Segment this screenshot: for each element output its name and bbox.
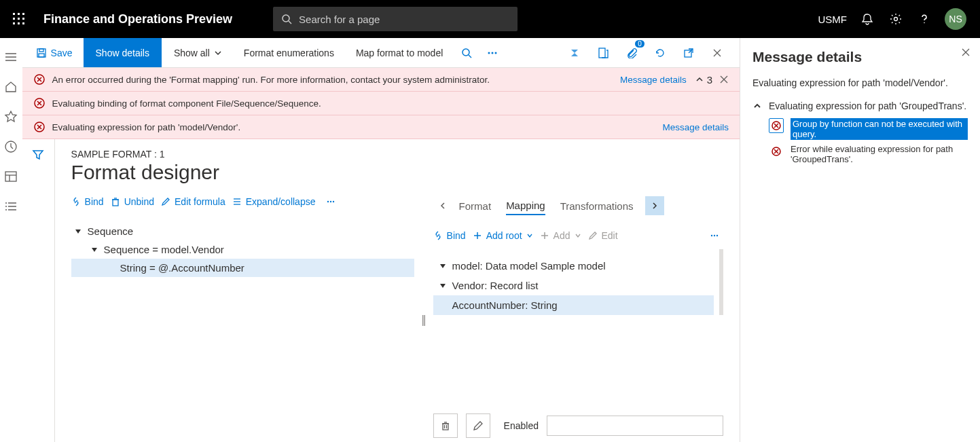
left-toolbar: Bind Unbind Edit formula Expand/collapse bbox=[71, 196, 414, 215]
show-details-label: Show details bbox=[96, 48, 149, 58]
error-message-2: Evaluating binding of format component F… bbox=[52, 98, 729, 109]
edit-pencil-button[interactable] bbox=[466, 413, 490, 438]
app-launcher-icon[interactable] bbox=[8, 8, 30, 30]
more-actions-icon[interactable] bbox=[481, 41, 504, 65]
bind-button-right[interactable]: Bind bbox=[433, 230, 466, 241]
svg-point-32 bbox=[492, 52, 494, 54]
tree-node-selected[interactable]: AccountNumber: String bbox=[433, 295, 714, 315]
panel-expand-row[interactable]: Evaluating expression for path 'GroupedT… bbox=[752, 100, 968, 111]
svg-rect-1 bbox=[18, 13, 20, 15]
svg-rect-5 bbox=[22, 18, 24, 20]
error-banner-2: Evaluating binding of format component F… bbox=[22, 92, 740, 115]
panel-expand-label: Evaluating expression for path 'GroupedT… bbox=[769, 100, 966, 111]
search-input[interactable] bbox=[299, 14, 509, 25]
enabled-field[interactable] bbox=[547, 416, 723, 436]
svg-point-29 bbox=[462, 49, 469, 56]
link-icon bbox=[433, 231, 443, 240]
search-action-icon[interactable] bbox=[455, 41, 478, 65]
edit-formula-button[interactable]: Edit formula bbox=[161, 196, 225, 207]
recent-icon[interactable] bbox=[3, 139, 19, 155]
plus-icon bbox=[540, 231, 549, 240]
svg-point-66 bbox=[716, 235, 718, 236]
panel-error-text: Group by function can not be executed wi… bbox=[791, 118, 968, 140]
tree-node[interactable]: Vendor: Record list bbox=[433, 276, 714, 295]
settings-icon[interactable] bbox=[888, 11, 904, 27]
tab-mapping[interactable]: Mapping bbox=[506, 197, 545, 215]
add-root-button[interactable]: Add root bbox=[473, 230, 533, 241]
unbind-button[interactable]: Unbind bbox=[111, 196, 154, 207]
expand-collapse-button[interactable]: Expand/collapse bbox=[232, 196, 316, 207]
tree-node[interactable]: Sequence = model.Vendor bbox=[71, 240, 414, 259]
svg-rect-4 bbox=[18, 18, 20, 20]
tree-node[interactable]: Sequence bbox=[71, 222, 414, 240]
favorites-icon[interactable] bbox=[3, 109, 19, 125]
panel-close-button[interactable] bbox=[961, 48, 970, 57]
content-column: Save Show details Show all Format enumer… bbox=[22, 38, 740, 442]
edit-button[interactable]: Edit bbox=[588, 230, 618, 241]
svg-rect-8 bbox=[22, 22, 24, 24]
format-tree-pane: Bind Unbind Edit formula Expand/collapse… bbox=[71, 196, 414, 442]
unbind-label: Unbind bbox=[124, 196, 154, 207]
modules-icon[interactable] bbox=[3, 198, 19, 215]
hamburger-icon[interactable] bbox=[3, 49, 19, 65]
panel-title: Message details bbox=[752, 49, 968, 65]
list-icon bbox=[232, 197, 242, 206]
user-avatar[interactable]: NS bbox=[945, 8, 966, 30]
message-details-link-1[interactable]: Message details bbox=[620, 75, 687, 85]
delete-button[interactable] bbox=[433, 413, 458, 438]
svg-rect-27 bbox=[39, 49, 43, 52]
tab-transformations[interactable]: Transformations bbox=[560, 198, 634, 215]
show-all-label: Show all bbox=[174, 48, 210, 58]
delete-icon bbox=[111, 197, 120, 206]
options-icon[interactable] bbox=[563, 41, 586, 65]
panel-error-row[interactable]: Error while evaluating expression for pa… bbox=[769, 144, 968, 164]
right-more-icon[interactable] bbox=[706, 231, 723, 240]
save-button[interactable]: Save bbox=[28, 38, 81, 67]
tree-node-selected[interactable]: String = @.AccountNumber bbox=[71, 259, 414, 277]
help-icon[interactable] bbox=[916, 11, 932, 27]
error-message-3: Evaluating expression for path 'model/Ve… bbox=[52, 122, 652, 132]
message-details-link-3[interactable]: Message details bbox=[662, 122, 729, 132]
error-icon bbox=[33, 97, 46, 109]
splitter[interactable]: ‖ bbox=[414, 196, 433, 442]
tab-prev-button[interactable] bbox=[433, 196, 452, 215]
legal-entity[interactable]: USMF bbox=[818, 14, 848, 25]
right-sub-toolbar: Bind Add root Add Edit bbox=[433, 223, 723, 249]
filter-icon[interactable] bbox=[32, 149, 44, 442]
add-root-label: Add root bbox=[486, 230, 522, 241]
add-button[interactable]: Add bbox=[540, 230, 581, 241]
home-icon[interactable] bbox=[3, 79, 19, 95]
error-banner-1: An error occurred during the 'Format map… bbox=[22, 68, 740, 92]
svg-line-30 bbox=[469, 55, 471, 58]
close-button[interactable] bbox=[706, 41, 729, 65]
map-format-button[interactable]: Map format to model bbox=[346, 38, 452, 67]
svg-rect-34 bbox=[599, 48, 605, 58]
format-enumerations-button[interactable]: Format enumerations bbox=[234, 38, 344, 67]
workspaces-icon[interactable] bbox=[3, 168, 19, 185]
collapse-errors-button[interactable]: 3 bbox=[695, 74, 712, 86]
show-all-button[interactable]: Show all bbox=[164, 38, 232, 67]
notifications-icon[interactable] bbox=[859, 11, 875, 27]
svg-point-9 bbox=[283, 15, 289, 22]
refresh-icon[interactable] bbox=[649, 41, 672, 65]
attachments-icon[interactable]: 0 bbox=[620, 41, 643, 65]
top-header: Finance and Operations Preview USMF NS bbox=[0, 0, 980, 38]
page-title: Format designer bbox=[71, 161, 723, 184]
pencil-icon bbox=[161, 197, 170, 206]
panel-error-row-selected[interactable]: Group by function can not be executed wi… bbox=[769, 118, 968, 140]
tab-next-button[interactable] bbox=[645, 196, 664, 215]
svg-rect-6 bbox=[13, 22, 15, 24]
search-box[interactable] bbox=[273, 7, 518, 31]
bind-button-left[interactable]: Bind bbox=[71, 196, 104, 207]
tab-format[interactable]: Format bbox=[459, 198, 492, 215]
page-options-icon[interactable] bbox=[592, 41, 615, 65]
breadcrumb: SAMPLE FORMAT : 1 bbox=[71, 149, 723, 160]
popout-icon[interactable] bbox=[677, 41, 700, 65]
close-errors-button[interactable] bbox=[719, 75, 729, 84]
pencil-icon bbox=[588, 231, 598, 240]
tree-node[interactable]: model: Data model Sample model bbox=[433, 256, 714, 276]
show-details-button[interactable]: Show details bbox=[84, 38, 162, 67]
left-more-icon[interactable] bbox=[322, 197, 340, 206]
tree-node-label: AccountNumber: String bbox=[452, 299, 558, 311]
svg-rect-0 bbox=[13, 13, 15, 15]
